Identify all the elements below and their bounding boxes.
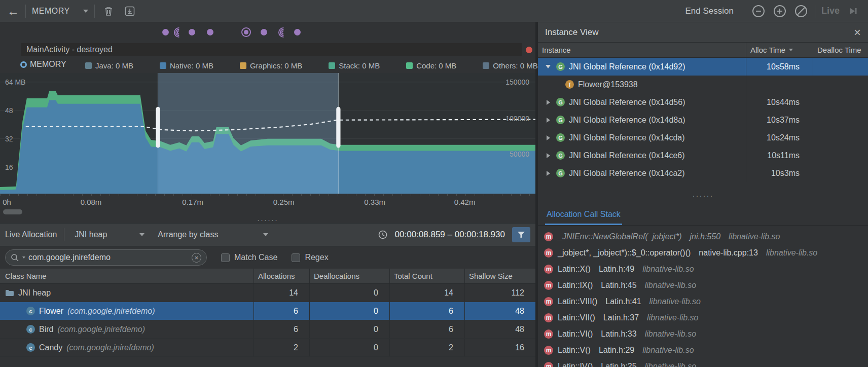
y-axis-label: 64 MB <box>5 78 25 86</box>
callstack-frame[interactable]: Latin::X() Latin.h:49 libnative-lib.so <box>538 261 868 277</box>
search-input[interactable]: com.google.jnirefdemo × <box>5 249 207 266</box>
clear-search-icon[interactable]: × <box>192 253 201 263</box>
match-case-option[interactable]: Match Case <box>221 253 277 262</box>
arrange-by-dropdown[interactable]: Arrange by class <box>155 227 271 243</box>
class-icon <box>26 325 35 334</box>
zoom-in-icon[interactable] <box>772 4 787 19</box>
end-session-button[interactable]: End Session <box>685 6 734 16</box>
timeline-scrollbar[interactable] <box>3 209 22 214</box>
horizontal-splitter[interactable]: ······ <box>0 217 535 223</box>
class-package: (com.google.jnirefdemo) <box>66 343 154 352</box>
table-row[interactable]: JNI heap 14 0 14 112 <box>0 284 535 302</box>
instance-row[interactable]: JNI Global Reference (0x14d56) 10s44ms <box>538 93 868 111</box>
recording-dot-icon <box>526 47 532 53</box>
instance-row[interactable]: JNI Global Reference (0x14ca2) 10s3ms <box>538 164 868 182</box>
activity-lifecycle-bar: MainActivity - destroyed <box>21 43 522 56</box>
go-to-live-button[interactable]: Live <box>821 6 840 16</box>
search-value: com.google.jnirefdemo <box>28 253 189 262</box>
class-package: (com.google.jnirefdemo) <box>67 307 155 316</box>
callstack-frame[interactable]: _jobject*, _jobject*)::$_0::operator()()… <box>538 245 868 261</box>
memory-chart-svg <box>0 73 535 194</box>
expand-arrow-icon[interactable] <box>547 118 550 123</box>
instance-row[interactable]: JNI Global Reference (0x14d8a) 10s37ms <box>538 111 868 129</box>
dealloc-time <box>813 76 868 93</box>
profiler-panel: MainActivity - destroyed MEMORY Java: 0 … <box>0 22 538 367</box>
callstack-frame[interactable]: Latin::V() Latin.h:29 libnative-lib.so <box>538 342 868 358</box>
table-row-selected[interactable]: Flower (com.google.jnirefdemo) 6 0 6 48 <box>0 302 535 320</box>
instance-row[interactable]: JNI Global Reference (0x14cda) 10s24ms <box>538 129 868 146</box>
expand-arrow-icon[interactable] <box>547 153 550 158</box>
activity-event-dot-icon <box>207 29 213 35</box>
column-header[interactable]: Allocations <box>254 269 309 283</box>
instance-row[interactable]: JNI Global Reference (0x14ce6) 10s11ms <box>538 146 868 164</box>
callstack-frame[interactable]: Latin::IV() Latin.h:25 libnative-lib.so <box>538 358 868 367</box>
skip-to-end-icon[interactable] <box>846 4 861 19</box>
match-case-checkbox[interactable] <box>221 253 230 262</box>
y-axis-label: 16 <box>5 163 13 171</box>
callstack-frame[interactable]: Latin::IX() Latin.h:45 libnative-lib.so <box>538 277 868 293</box>
collapse-arrow-icon[interactable] <box>546 65 551 68</box>
regex-option[interactable]: Regex <box>292 253 328 262</box>
activity-state-label: MainActivity - destroyed <box>26 45 113 54</box>
total-count-value: 2 <box>389 339 464 356</box>
instance-label: JNI Global Reference (0x14d8a) <box>569 116 685 125</box>
column-header[interactable]: Deallocations <box>309 269 389 283</box>
session-selector[interactable]: MEMORY <box>32 7 88 16</box>
filter-button[interactable] <box>512 227 530 242</box>
expand-arrow-icon[interactable] <box>547 135 550 140</box>
column-header[interactable]: Shallow Size <box>464 269 535 283</box>
expand-arrow-icon[interactable] <box>547 100 550 105</box>
column-header[interactable]: Dealloc Time <box>813 43 868 57</box>
export-session-button[interactable] <box>122 4 137 19</box>
regex-checkbox[interactable] <box>292 253 300 262</box>
class-name: Candy <box>39 343 62 352</box>
total-count-value: 6 <box>389 320 464 338</box>
delete-session-button[interactable] <box>101 4 116 19</box>
class-table-header: Class Name Allocations Deallocations Tot… <box>0 269 535 284</box>
expand-arrow-icon[interactable] <box>547 171 550 176</box>
column-header[interactable]: Class Name <box>0 269 254 283</box>
activity-event-track <box>0 22 535 42</box>
method-icon <box>544 297 553 306</box>
tab-allocation-call-stack[interactable]: Allocation Call Stack <box>545 210 622 225</box>
callstack-frame[interactable]: Latin::VIII() Latin.h:41 libnative-lib.s… <box>538 293 868 310</box>
callstack-frame[interactable]: Latin::VII() Latin.h:37 libnative-lib.so <box>538 310 868 326</box>
chevron-down-icon <box>83 10 88 13</box>
callstack-frame[interactable]: Latin::VI() Latin.h:33 libnative-lib.so <box>538 326 868 342</box>
total-count-value: 14 <box>389 284 464 302</box>
column-header-sorted[interactable]: Alloc Time <box>746 43 813 57</box>
shallow-size-value: 112 <box>464 284 535 302</box>
activity-event-ring-icon <box>241 27 251 37</box>
deallocations-value: 0 <box>309 302 389 320</box>
total-count-value: 6 <box>389 302 464 320</box>
callstack-list: _JNIEnv::NewGlobalRef(_jobject*) jni.h:5… <box>538 226 868 367</box>
method-icon <box>544 248 553 258</box>
search-options-chevron-icon[interactable] <box>22 256 25 259</box>
table-row[interactable]: Bird (com.google.jnirefdemo) 6 0 6 48 <box>0 320 535 339</box>
heap-selector-dropdown[interactable]: JNI heap <box>71 227 148 243</box>
jni-global-ref-icon <box>556 151 565 160</box>
horizontal-splitter[interactable]: ······ <box>538 182 868 206</box>
dealloc-time <box>813 164 868 182</box>
toolbar-separator <box>94 5 95 18</box>
column-header[interactable]: Instance <box>538 43 746 57</box>
timeline-scrollbar-track <box>0 208 535 217</box>
allocation-toolbar: Live Allocation JNI heap Arrange by clas… <box>0 223 535 246</box>
memory-chart[interactable]: 64 MB 48 32 16 150000 100000 50000 <box>0 73 535 194</box>
zoom-out-icon[interactable] <box>751 4 766 19</box>
class-package: (com.google.jnirefdemo) <box>57 325 145 334</box>
y-axis-label: 32 <box>5 135 13 143</box>
reset-zoom-icon[interactable] <box>793 4 809 19</box>
column-header[interactable]: Total Count <box>389 269 464 283</box>
instance-child-row[interactable]: Flower@153938 <box>538 76 868 93</box>
heap-folder-icon <box>5 289 14 297</box>
class-name: JNI heap <box>18 288 51 298</box>
close-icon[interactable]: × <box>854 26 861 39</box>
table-row[interactable]: Candy (com.google.jnirefdemo) 2 0 2 16 <box>0 339 535 357</box>
callstack-frame[interactable]: _JNIEnv::NewGlobalRef(_jobject*) jni.h:5… <box>538 229 868 245</box>
allocations-value: 6 <box>254 320 309 338</box>
instance-row-selected[interactable]: JNI Global Reference (0x14d92) 10s58ms <box>538 58 868 76</box>
method-icon <box>544 329 553 339</box>
back-icon[interactable]: ← <box>7 5 19 17</box>
legend-item: Graphics: 0 MB <box>240 61 302 70</box>
